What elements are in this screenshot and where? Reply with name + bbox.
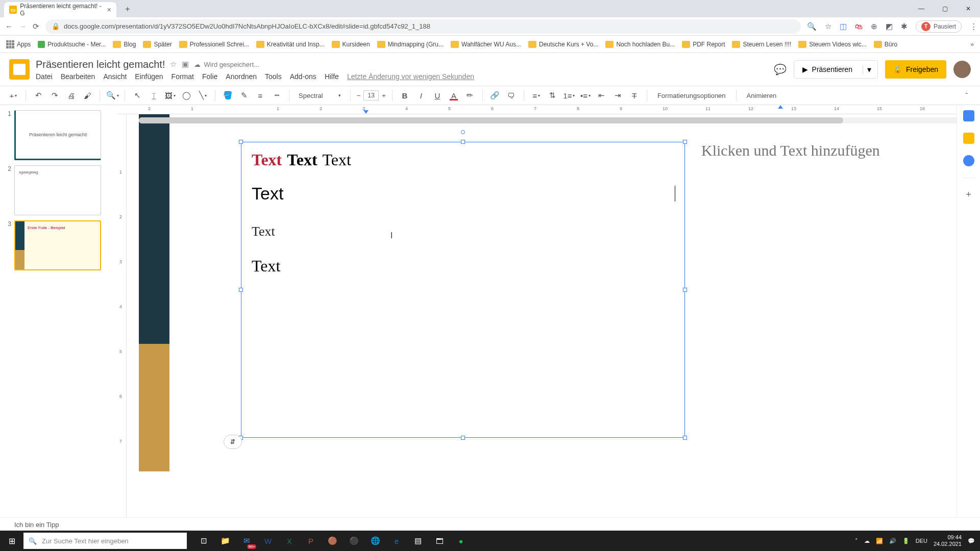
border-dash-button[interactable]: ┅	[271, 89, 283, 102]
border-color-button[interactable]: ✎	[238, 89, 250, 102]
tray-expand-icon[interactable]: ˄	[855, 538, 858, 544]
collapse-toolbar-icon[interactable]: ˆ	[961, 89, 973, 102]
align-button[interactable]: ≡	[530, 89, 543, 102]
apps-shortcut[interactable]: Apps	[6, 40, 31, 48]
shape-tool[interactable]: ◯	[180, 89, 192, 102]
underline-button[interactable]: U	[431, 89, 444, 102]
indent-decrease-button[interactable]: ⇤	[596, 89, 608, 102]
last-change-link[interactable]: Letzte Änderung vor wenigen Sekunden	[347, 72, 474, 81]
bookmark-item[interactable]: Steuern Videos wic...	[798, 41, 867, 48]
extension-icon-4[interactable]: ◩	[886, 22, 893, 31]
volume-tray-icon[interactable]: 🔊	[889, 538, 896, 544]
extension-icon-1[interactable]: ◫	[840, 22, 847, 31]
slide-thumb-1[interactable]: 1 Präsentieren leicht gemacht!	[4, 110, 113, 160]
slides-logo-icon[interactable]	[9, 59, 30, 80]
border-weight-button[interactable]: ≡	[254, 89, 266, 102]
add-addon-button[interactable]: +	[966, 189, 971, 200]
excel-icon[interactable]: X	[280, 533, 299, 549]
bookmark-item[interactable]: Später	[143, 41, 172, 48]
zoom-icon[interactable]: 🔍	[807, 22, 817, 31]
spotify-icon[interactable]: ●	[451, 533, 471, 549]
powerpoint-icon[interactable]: P	[301, 533, 321, 549]
cloud-tray-icon[interactable]: ☁	[864, 538, 870, 544]
app-icon[interactable]: ▤	[408, 533, 428, 549]
link-button[interactable]: 🔗	[489, 89, 501, 102]
redo-button[interactable]: ↷	[48, 89, 61, 102]
word-icon[interactable]: W	[258, 533, 278, 549]
animate-button[interactable]: Animieren	[743, 92, 781, 99]
back-button[interactable]: ←	[5, 22, 13, 31]
account-avatar[interactable]	[953, 61, 971, 78]
horizontal-ruler[interactable]: 2112345678910111213141516	[117, 105, 980, 114]
autofit-pill[interactable]: ⇵	[224, 435, 242, 449]
maximize-button[interactable]: ▢	[933, 0, 957, 17]
bookmark-item[interactable]: Professionell Schrei...	[179, 41, 249, 48]
app-icon[interactable]: 🗔	[430, 533, 449, 549]
bookmark-item[interactable]: PDF Report	[682, 41, 725, 48]
notes-placeholder[interactable]: Klicken und Text hinzufügen	[701, 142, 957, 159]
reload-button[interactable]: ⟳	[33, 22, 39, 31]
menu-ansicht[interactable]: Ansicht	[103, 72, 127, 81]
indent-increase-button[interactable]: ⇥	[612, 89, 624, 102]
extensions-menu-icon[interactable]: ✱	[901, 22, 908, 31]
select-tool[interactable]: ↖	[131, 89, 143, 102]
taskbar-search[interactable]: 🔍Zur Suche Text hier eingeben	[23, 533, 187, 549]
bookmark-item[interactable]: Mindmapping (Gru...	[377, 41, 444, 48]
new-tab-button[interactable]: +	[120, 2, 135, 16]
slide-thumb-2[interactable]: 2 sgwegewg	[4, 165, 113, 215]
calendar-addon-icon[interactable]	[963, 110, 974, 121]
text-line-4[interactable]: Text	[252, 257, 674, 276]
present-button[interactable]: ▶Präsentieren	[796, 65, 859, 73]
task-view-icon[interactable]: ⊡	[194, 533, 213, 549]
comment-button[interactable]: 🗨	[505, 89, 518, 102]
fill-color-button[interactable]: 🪣	[222, 89, 234, 102]
url-field[interactable]: 🔒 docs.google.com/presentation/d/1yV372S…	[45, 19, 801, 34]
menu-tools[interactable]: Tools	[265, 72, 282, 81]
browser-tab[interactable]: ▭ Präsentieren leicht gemacht! - G ×	[4, 2, 116, 17]
selected-textbox[interactable]: Text Text Text Text I Text Text	[241, 142, 685, 438]
menu-anordnen[interactable]: Anordnen	[226, 72, 257, 81]
star-document-icon[interactable]: ☆	[170, 60, 177, 69]
indent-marker-right[interactable]	[778, 105, 783, 109]
filmstrip[interactable]: 1 Präsentieren leicht gemacht! 2 sgwegew…	[0, 105, 117, 517]
obs-icon[interactable]: ⚫	[344, 533, 363, 549]
bookmark-item[interactable]: Steuern Lesen !!!!	[732, 41, 791, 48]
tray-clock[interactable]: 09:4424.02.2021	[934, 534, 962, 547]
mail-icon[interactable]: ✉99+	[237, 533, 256, 549]
bookmark-item[interactable]: Noch hochladen Bu...	[605, 41, 675, 48]
font-size-increase[interactable]: +	[382, 92, 386, 99]
resize-handle[interactable]	[239, 140, 243, 144]
menu-einfuegen[interactable]: Einfügen	[135, 72, 163, 81]
paint-format-button[interactable]: 🖌	[81, 89, 93, 102]
resize-handle[interactable]	[683, 140, 687, 144]
bold-button[interactable]: B	[399, 89, 411, 102]
edge-icon[interactable]: e	[387, 533, 406, 549]
font-size-input[interactable]: 13	[363, 90, 379, 101]
resize-handle[interactable]	[461, 140, 465, 144]
extension-icon-3[interactable]: ⊕	[871, 22, 877, 31]
vertical-ruler[interactable]: 1234567	[117, 114, 127, 517]
menu-format[interactable]: Format	[172, 72, 194, 81]
text-line-2[interactable]: Text	[252, 184, 674, 204]
numbered-list-button[interactable]: 1≡	[563, 89, 575, 102]
resize-handle[interactable]	[683, 288, 687, 292]
forward-button[interactable]: →	[19, 22, 27, 31]
bulleted-list-button[interactable]: •≡	[579, 89, 592, 102]
star-icon[interactable]: ☆	[825, 22, 831, 31]
image-tool[interactable]: 🖼	[164, 89, 176, 102]
bookmark-item[interactable]: Kursideen	[332, 41, 370, 48]
horizontal-scrollbar[interactable]	[139, 117, 968, 123]
battery-tray-icon[interactable]: 🔋	[902, 538, 910, 544]
font-size-decrease[interactable]: −	[357, 92, 361, 99]
bookmark-item[interactable]: Büro	[874, 41, 897, 48]
font-select[interactable]: Spectral▾	[296, 92, 344, 99]
bookmark-item[interactable]: Wahlfächer WU Aus...	[451, 41, 521, 48]
rotate-handle[interactable]	[461, 130, 465, 134]
format-options-button[interactable]: Formatierungsoptionen	[653, 92, 730, 99]
share-button[interactable]: 🔒Freigeben	[885, 60, 946, 79]
slide-stage[interactable]: Text Text Text Text I Text Text ⇵ Klicke…	[127, 114, 980, 517]
new-slide-button[interactable]: +	[7, 89, 19, 102]
bookmark-item[interactable]: Produktsuche - Mer...	[38, 41, 106, 48]
wifi-tray-icon[interactable]: 📶	[876, 538, 883, 544]
bookmark-item[interactable]: Kreativität und Insp...	[256, 41, 325, 48]
